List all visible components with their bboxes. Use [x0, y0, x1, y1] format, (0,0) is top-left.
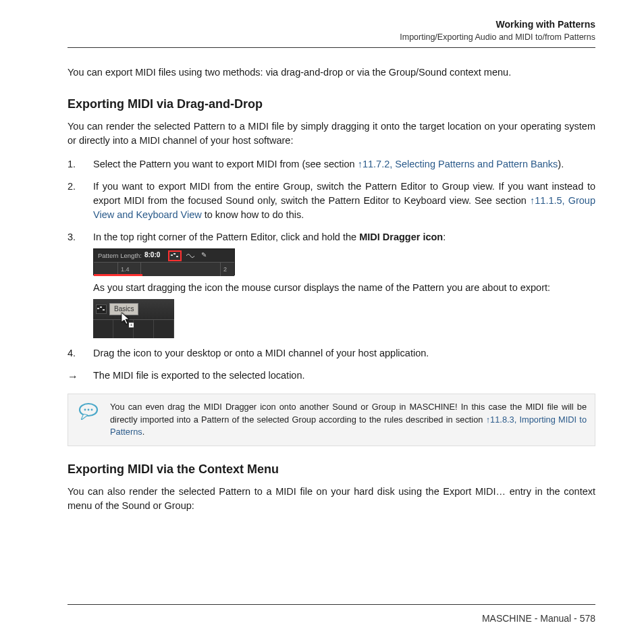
step-1-text-a: Select the Pattern you want to export MI… [93, 159, 358, 169]
footer-divider [68, 604, 595, 605]
step-3-after: As you start dragging the icon the mouse… [93, 281, 595, 295]
step-3-text-a: In the top right corner of the Pattern E… [93, 232, 359, 242]
callout-text-b: . [142, 427, 145, 437]
result-arrow-icon: → [68, 369, 81, 384]
section-breadcrumb: Importing/Exporting Audio and MIDI to/fr… [68, 32, 595, 42]
figure-pattern-editor: Pattern Length: 8:0:0 ✎ 1.4 [93, 248, 595, 275]
svg-rect-1 [173, 253, 176, 254]
pattern-length-label: Pattern Length: [98, 251, 142, 261]
step-2: If you want to export MIDI from the enti… [68, 180, 595, 222]
svg-rect-0 [171, 254, 173, 256]
svg-rect-2 [176, 256, 178, 257]
svg-rect-3 [97, 308, 99, 309]
svg-point-7 [84, 409, 86, 411]
intro-paragraph: You can export MIDI files using two meth… [68, 65, 595, 80]
copy-plus-icon: + [128, 322, 134, 328]
svg-rect-5 [103, 309, 105, 311]
figure-drag-cursor: Basics + [93, 299, 595, 338]
heading-export-drag: Exporting MIDI via Drag-and-Drop [68, 97, 595, 111]
pattern-length-value: 8:0:0 [144, 250, 160, 261]
svg-point-8 [88, 409, 90, 411]
step-3: In the top right corner of the Pattern E… [68, 230, 595, 338]
heading-export-context: Exporting MIDI via the Context Menu [68, 462, 595, 477]
lead-paragraph: You can render the selected Pattern to a… [68, 119, 595, 148]
step-1-text-b: ). [558, 159, 564, 169]
speech-bubble-icon [76, 401, 101, 420]
header-divider [68, 47, 595, 48]
pattern-region [94, 274, 142, 276]
timeline-end: 2 [221, 263, 234, 276]
step-1: Select the Pattern you want to export MI… [68, 157, 595, 171]
result-text: The MIDI file is exported to the selecte… [93, 369, 305, 384]
step-4: Drag the icon to your desktop or onto a … [68, 346, 595, 360]
link-selecting-patterns[interactable]: ↑11.7.2, Selecting Patterns and Pattern … [358, 159, 558, 169]
context-menu-paragraph: You can also render the selected Pattern… [68, 485, 595, 513]
midi-dragger-icon[interactable] [96, 304, 107, 314]
step-2-text-b: to know how to do this. [202, 209, 304, 220]
svg-point-9 [91, 409, 93, 411]
page-footer: MASCHINE - Manual - 578 [482, 613, 595, 624]
step-2-text-a: If you want to export MIDI from the enti… [93, 181, 595, 206]
tip-callout: You can even drag the MIDI Dragger icon … [68, 394, 595, 446]
step-3-text-b: : [443, 232, 446, 242]
midi-dragger-term: MIDI Dragger icon [359, 232, 443, 242]
footer-product: MASCHINE [482, 613, 532, 624]
svg-rect-4 [100, 306, 102, 308]
pencil-icon[interactable]: ✎ [199, 251, 209, 261]
midi-dragger-icon[interactable] [168, 250, 182, 261]
audio-dragger-icon[interactable] [186, 251, 195, 261]
chapter-title: Working with Patterns [68, 19, 595, 30]
footer-doc: Manual [540, 613, 571, 624]
footer-page: 578 [580, 613, 595, 624]
